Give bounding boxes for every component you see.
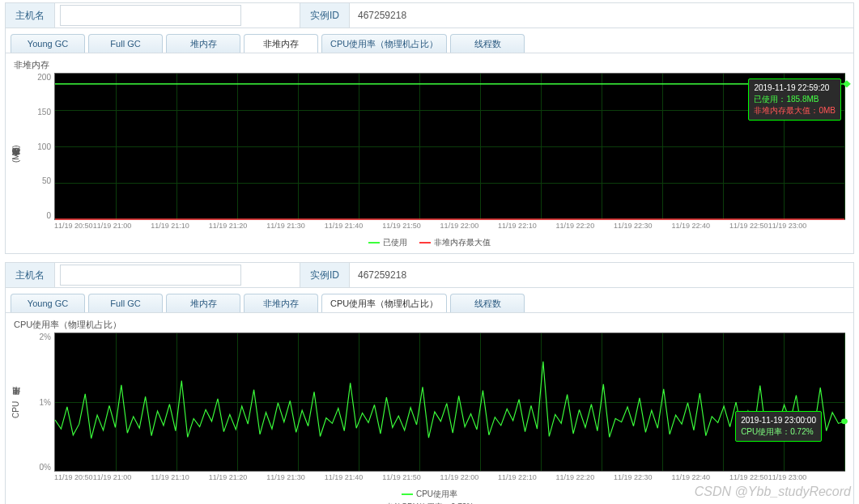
tooltip-cpu: 2019-11-19 23:00:00 CPU使用率：0.72% (735, 411, 822, 442)
xtick: 11/19 22:10 (498, 473, 537, 486)
tooltip-time: 2019-11-19 23:00:00 (741, 415, 816, 426)
xtick: 11/19 21:30 (266, 473, 305, 486)
xtick: 11/19 22:20 (556, 473, 595, 486)
tooltip-time: 2019-11-19 22:59:20 (754, 83, 836, 94)
tabs-nonheap: Young GC Full GC 堆内存 非堆内存 CPU使用率（物理机占比） … (11, 33, 848, 53)
legend-used: 已使用 (368, 237, 407, 248)
xtick: 11/19 21:20 (209, 222, 248, 235)
xtick: 11/19 21:40 (325, 473, 364, 486)
host-input-wrap (55, 263, 300, 287)
panel-body-cpu: CPU使用率（物理机占比） CPU使用率 2% 1% 0% 2019-11-19… (6, 312, 853, 504)
xtick: 11/19 20:50 (54, 222, 93, 235)
host-label: 主机名 (6, 3, 55, 28)
instance-id-value: 467259218 (350, 3, 415, 28)
ytick: 2% (40, 332, 51, 341)
y-ticks-nonheap: 200 150 100 50 0 (22, 73, 54, 220)
tab-cpu[interactable]: CPU使用率（物理机占比） (321, 294, 447, 312)
svg-point-0 (841, 418, 848, 424)
tab-threads[interactable]: 线程数 (450, 34, 525, 53)
ytick: 200 (37, 73, 51, 82)
tab-heap[interactable]: 堆内存 (166, 294, 240, 312)
xtick: 11/19 21:10 (151, 473, 189, 486)
xtick: 11/19 23:00 (768, 222, 807, 235)
xtick: 11/19 22:30 (614, 473, 653, 486)
host-input[interactable] (60, 5, 241, 26)
xtick: 11/19 22:00 (440, 473, 479, 486)
instance-id-value: 467259218 (350, 263, 415, 287)
xtick: 11/19 20:50 (54, 473, 93, 486)
instance-id-label: 实例ID (300, 263, 350, 287)
chart-nonheap: 非堆内存大小(MB) 200 150 100 50 0 2019-11-19 (11, 73, 848, 235)
panel-body-nonheap: 非堆内存 非堆内存大小(MB) 200 150 100 50 0 (6, 53, 853, 253)
xtick: 11/19 22:50 (729, 222, 768, 235)
plot-cpu[interactable]: 2019-11-19 23:00:00 CPU使用率：0.72% (54, 332, 845, 472)
xtick: 11/19 21:20 (209, 473, 248, 486)
panel-title-nonheap: 非堆内存 (14, 59, 848, 71)
tab-young-gc[interactable]: Young GC (11, 34, 85, 53)
xtick: 11/19 22:30 (614, 222, 653, 235)
x-ticks-nonheap: 11/19 20:50 11/19 21:00 11/19 21:10 11/1… (54, 222, 845, 235)
ytick: 100 (37, 142, 51, 151)
xtick: 11/19 21:50 (382, 222, 421, 235)
xtick: 11/19 22:20 (556, 222, 595, 235)
chart-inner-cpu: 2% 1% 0% 2019-11-19 23:00:00 CPU使用率：0.72… (22, 332, 848, 486)
tooltip-used: 已使用：185.8MB (754, 94, 836, 105)
plot-nonheap[interactable]: 2019-11-19 22:59:20 已使用：185.8MB 非堆内存最大值：… (54, 73, 845, 220)
y-ticks-cpu: 2% 1% 0% (22, 332, 54, 472)
xtick: 11/19 21:00 (93, 222, 132, 235)
xtick: 11/19 21:30 (266, 222, 305, 235)
legend-cpu: CPU使用率 (11, 488, 848, 500)
tooltip-max: 非堆内存最大值：0MB (754, 105, 836, 116)
chart-cpu: CPU使用率 2% 1% 0% 2019-11-19 23:00:00 CPU使… (11, 332, 848, 486)
ytick: 0 (46, 211, 51, 220)
instance-id-label: 实例ID (300, 3, 350, 28)
legend-cpu-series: CPU使用率 (402, 489, 457, 500)
xtick: 11/19 22:00 (440, 222, 479, 235)
header-row: 主机名 实例ID 467259218 (6, 263, 853, 288)
host-input-wrap (55, 3, 300, 28)
tab-nonheap[interactable]: 非堆内存 (244, 34, 318, 53)
y-axis-title-cpu: CPU使用率 (11, 332, 22, 486)
x-ticks-cpu: 11/19 20:50 11/19 21:00 11/19 21:10 11/1… (54, 473, 845, 486)
legend-nonheap: 已使用 非堆内存最大值 (11, 236, 848, 248)
host-input[interactable] (60, 265, 241, 286)
tooltip-nonheap: 2019-11-19 22:59:20 已使用：185.8MB 非堆内存最大值：… (748, 78, 841, 121)
chart-inner-nonheap: 200 150 100 50 0 2019-11-19 22:59:20 已使用… (22, 73, 848, 235)
ytick: 150 (37, 108, 51, 116)
tabs-cpu: Young GC Full GC 堆内存 非堆内存 CPU使用率（物理机占比） … (11, 293, 848, 312)
tab-full-gc[interactable]: Full GC (88, 34, 163, 53)
xtick: 11/19 22:50 (729, 473, 768, 486)
xtick: 11/19 21:10 (151, 222, 189, 235)
tab-heap[interactable]: 堆内存 (166, 34, 240, 53)
xtick: 11/19 23:00 (768, 473, 807, 486)
tab-threads[interactable]: 线程数 (450, 294, 525, 312)
ytick: 0% (40, 463, 51, 472)
xtick: 11/19 21:50 (382, 473, 421, 486)
legend-max: 非堆内存最大值 (419, 237, 491, 248)
xtick: 11/19 21:00 (93, 473, 132, 486)
host-label: 主机名 (6, 263, 55, 287)
header-row: 主机名 实例ID 467259218 (6, 3, 853, 28)
tab-young-gc[interactable]: Young GC (11, 294, 85, 312)
tab-nonheap[interactable]: 非堆内存 (244, 294, 318, 312)
ytick: 50 (42, 176, 51, 185)
tab-cpu[interactable]: CPU使用率（物理机占比） (321, 34, 447, 53)
panel-cpu: 主机名 实例ID 467259218 Young GC Full GC 堆内存 … (5, 262, 854, 504)
xtick: 11/19 22:40 (672, 222, 711, 235)
xtick: 11/19 22:40 (672, 473, 711, 486)
y-axis-title-nonheap: 非堆内存大小(MB) (11, 73, 22, 235)
panel-title-cpu: CPU使用率（物理机占比） (14, 319, 848, 331)
xtick: 11/19 22:10 (498, 222, 537, 235)
tab-full-gc[interactable]: Full GC (88, 294, 163, 312)
panel-nonheap: 主机名 实例ID 467259218 Young GC Full GC 堆内存 … (5, 2, 854, 254)
ytick: 1% (40, 398, 51, 407)
xtick: 11/19 21:40 (325, 222, 364, 235)
tooltip-cpu-val: CPU使用率：0.72% (741, 426, 816, 438)
